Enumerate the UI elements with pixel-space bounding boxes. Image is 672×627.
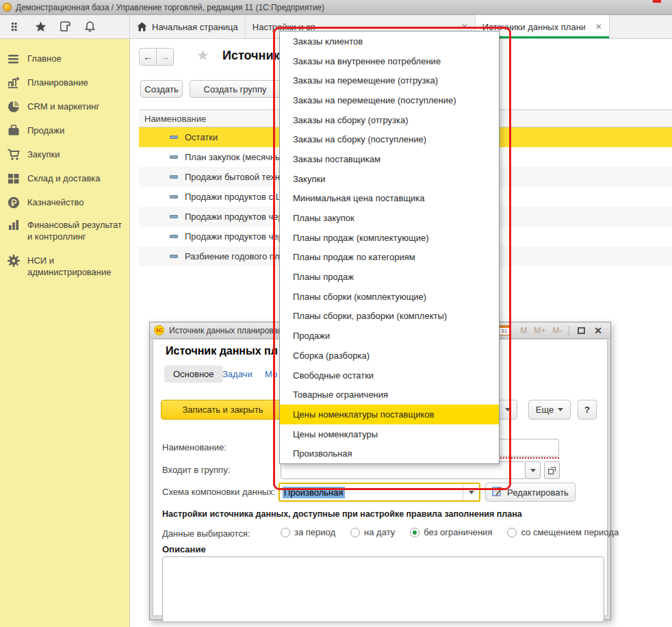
group-dropdown-button[interactable]: [525, 461, 541, 479]
sidebar: Главное Планирование CRM и маркетинг Про…: [0, 39, 130, 627]
dropdown-item[interactable]: Свободные остатки: [280, 366, 499, 385]
radio-so-smeshcheniem[interactable]: со смещением периода: [507, 527, 619, 537]
forward-button[interactable]: →: [156, 48, 174, 66]
application-window: Демонстрационная база / Управление торго…: [0, 0, 672, 627]
sidebar-item-purchases[interactable]: Закупки: [7, 149, 125, 162]
dropdown-item[interactable]: Планы продаж (комплектующие): [280, 228, 499, 248]
sidebar-item-crm[interactable]: CRM и маркетинг: [7, 101, 125, 114]
chevron-down-icon: [469, 491, 474, 494]
history-icon[interactable]: [59, 21, 71, 33]
sidebar-item-label: Закупки: [27, 149, 60, 160]
sidebar-item-label: Склад и доставка: [27, 172, 101, 184]
chevron-down-icon: [558, 408, 563, 411]
dropdown-item[interactable]: Продажи: [280, 326, 499, 346]
maximize-icon[interactable]: [578, 327, 585, 334]
dropdown-item[interactable]: Сборка (разборка): [280, 346, 499, 366]
row-label: Продажи бытовой техни: [185, 172, 285, 182]
help-button[interactable]: ?: [578, 400, 597, 420]
favorite-star-icon[interactable]: ★: [196, 47, 209, 64]
quick-access-toolbar: [0, 15, 130, 38]
dropdown-item-highlighted[interactable]: Цены номенклатуры поставщиков: [280, 405, 499, 424]
tab-main-chip[interactable]: Основное: [164, 366, 223, 383]
radio-label: за период: [294, 527, 335, 537]
edit-schema-button[interactable]: Редактировать: [485, 483, 576, 502]
sidebar-item-main[interactable]: Главное: [7, 53, 125, 66]
dropdown-item[interactable]: Произвольная: [280, 444, 499, 463]
pie-chart-icon: [7, 100, 21, 114]
dropdown-item[interactable]: Закупки: [280, 169, 499, 189]
memory-button[interactable]: M: [520, 326, 527, 335]
chevron-down-icon: [505, 408, 511, 411]
notifications-bell-icon[interactable]: [83, 21, 96, 33]
dropdown-item[interactable]: Планы закупок: [280, 208, 499, 228]
sidebar-item-admin[interactable]: НСИ и администрирование: [7, 255, 125, 278]
schema-combo[interactable]: Произвольная: [279, 483, 480, 502]
dropdown-item[interactable]: Цены номенклатуры: [280, 424, 499, 444]
list-element-icon: [170, 235, 178, 238]
description-textarea[interactable]: [162, 556, 604, 622]
tab-close-icon[interactable]: ✕: [595, 22, 602, 31]
group-field-label: Входит в группу:: [162, 465, 230, 475]
sidebar-item-planning[interactable]: Планирование: [7, 77, 125, 90]
chevron-down-icon: [530, 469, 536, 472]
settings-section-header: Настройки источника данных, доступные пр…: [162, 509, 522, 519]
dropdown-item[interactable]: Заказы на сборку (поступление): [280, 129, 499, 149]
tab-close-icon[interactable]: ✕: [461, 22, 468, 31]
tasks-link[interactable]: Задачи: [222, 369, 253, 379]
create-button[interactable]: Создать: [140, 80, 183, 98]
dropdown-item[interactable]: Планы сборки (комплектующие): [280, 287, 499, 307]
name-field-label: Наименование:: [162, 442, 227, 452]
radio-za-period[interactable]: за период: [281, 527, 335, 537]
group-open-button[interactable]: [544, 461, 560, 479]
sidebar-item-treasury[interactable]: Казначейство: [7, 196, 125, 209]
sidebar-item-sales[interactable]: Продажи: [7, 125, 125, 138]
sidebar-item-label: Главное: [27, 53, 62, 64]
data-select-label: Данные выбираются:: [162, 528, 250, 539]
dropdown-item[interactable]: Товарные ограничения: [280, 385, 499, 405]
separator: [569, 326, 569, 335]
memory-plus-button[interactable]: M+: [534, 326, 545, 335]
more-nav-link[interactable]: Мо: [265, 369, 277, 379]
row-label: Остатки: [185, 132, 218, 142]
tab-label: Начальная страница: [152, 22, 238, 32]
radio-bez-ogranicheniya[interactable]: без ограничения: [410, 527, 492, 537]
row-label: Продажи продуктов чер: [185, 231, 283, 242]
dropdown-item[interactable]: Минимальная цена поставщика: [280, 189, 499, 209]
tab-home[interactable]: Начальная страница: [130, 15, 246, 38]
dropdown-item[interactable]: Планы сборки, разборки (комплекты): [280, 307, 499, 327]
window-close-button[interactable]: [653, 0, 661, 3]
sidebar-item-label: Продажи: [27, 125, 64, 136]
schema-dropdown-button[interactable]: [463, 484, 479, 500]
calendar-icon[interactable]: 31: [498, 325, 510, 335]
row-label: Продажи продуктов с L: [185, 192, 281, 202]
gear-icon: [7, 254, 21, 268]
save-and-close-button[interactable]: Записать и закрыть: [161, 400, 285, 420]
dropdown-item[interactable]: Планы продаж по категориям: [280, 248, 499, 268]
sidebar-item-label: Финансовый результат и контроллинг: [27, 219, 125, 242]
back-button[interactable]: ←: [139, 48, 157, 66]
schema-field-label: Схема компоновки данных:: [162, 487, 276, 497]
dropdown-item[interactable]: Планы продаж: [280, 267, 499, 287]
home-icon: [137, 22, 147, 31]
favorites-star-icon[interactable]: [34, 21, 47, 33]
dropdown-item[interactable]: Заказы на перемещение (поступление): [280, 90, 499, 110]
dropdown-item[interactable]: Заказы клиентов: [280, 31, 499, 51]
sidebar-item-financial-result[interactable]: Финансовый результат и контроллинг: [7, 219, 125, 242]
edit-wand-icon: [492, 487, 503, 498]
menu-grid-icon[interactable]: [10, 21, 22, 33]
create-group-button[interactable]: Создать группу: [190, 80, 281, 98]
list-element-icon: [170, 175, 178, 179]
split-button-arrow[interactable]: [498, 400, 517, 420]
close-icon[interactable]: ✕: [594, 325, 602, 336]
sidebar-item-warehouse[interactable]: Склад и доставка: [7, 172, 125, 185]
hamburger-icon: [7, 52, 21, 66]
window-title: Демонстрационная база / Управление торго…: [16, 3, 324, 12]
open-window-icon: [548, 467, 556, 474]
dropdown-item[interactable]: Заказы на внутреннее потребление: [280, 51, 499, 71]
dropdown-item[interactable]: Заказы поставщикам: [280, 149, 499, 169]
radio-na-datu[interactable]: на дату: [350, 527, 395, 537]
dropdown-item[interactable]: Заказы на сборку (отгрузка): [280, 110, 499, 130]
more-button[interactable]: Еще: [528, 400, 571, 420]
memory-minus-button[interactable]: M-: [552, 326, 562, 335]
dropdown-item[interactable]: Заказы на перемещение (отгрузка): [280, 71, 499, 90]
